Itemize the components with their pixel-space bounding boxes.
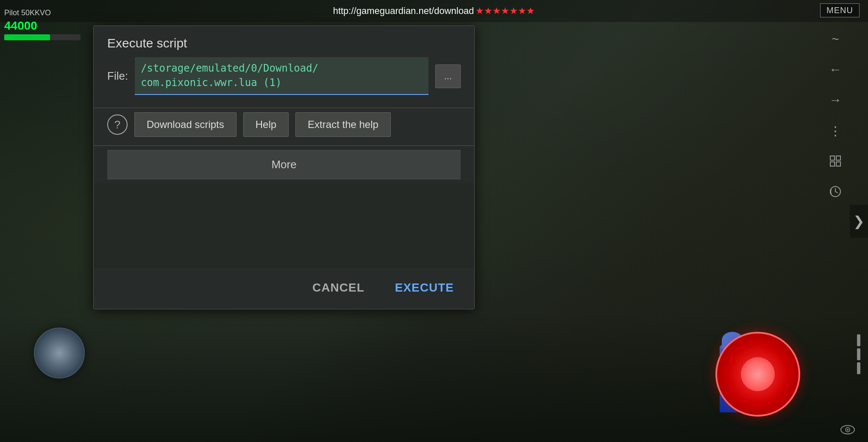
action-buttons-row: ? Download scripts Help Extract the help — [94, 112, 474, 141]
dialog-content-area — [94, 183, 474, 268]
dialog-title: Execute script — [94, 26, 474, 57]
menu-button[interactable]: MENU — [820, 3, 860, 17]
execute-script-dialog: Execute script File: /storage/emulated/0… — [93, 25, 475, 309]
top-bar: http://gameguardian.net/download ★★★★★★★… — [0, 0, 868, 22]
tilde-button[interactable]: ~ — [826, 30, 845, 48]
svg-rect-3 — [836, 162, 840, 166]
grid-button[interactable] — [826, 152, 845, 170]
history-button[interactable] — [826, 182, 845, 201]
url-display: http://gameguardian.net/download ★★★★★★★ — [333, 6, 535, 17]
eye-icon[interactable] — [840, 424, 855, 438]
svg-rect-2 — [830, 162, 835, 166]
pilot-label: Pilot 50KKVO — [4, 8, 81, 17]
divider-top — [94, 108, 474, 108]
red-control-button[interactable] — [715, 332, 800, 417]
health-bar — [4, 34, 81, 40]
svg-rect-1 — [836, 156, 840, 160]
dots-button[interactable]: ⋮ — [826, 121, 845, 140]
score-display: 44000 — [4, 19, 81, 33]
more-button[interactable]: More — [107, 150, 461, 179]
cancel-button[interactable]: CANCEL — [306, 277, 371, 299]
health-fill — [4, 34, 50, 40]
more-row: More — [94, 150, 474, 183]
vertical-bars — [857, 334, 860, 374]
red-control-inner — [741, 357, 775, 391]
dialog-footer: CANCEL EXECUTE — [94, 268, 474, 309]
file-path-display[interactable]: /storage/emulated/0/Download/ com.pixoni… — [135, 57, 428, 95]
file-input-container: /storage/emulated/0/Download/ com.pixoni… — [135, 57, 428, 95]
right-edge-arrow[interactable]: ❯ — [850, 205, 868, 238]
execute-button[interactable]: EXECUTE — [388, 277, 461, 299]
svg-point-7 — [847, 429, 849, 431]
hud-top-left: Pilot 50KKVO 44000 — [4, 8, 81, 40]
forward-arrow-button[interactable]: → — [826, 91, 845, 109]
file-row: File: /storage/emulated/0/Download/ com.… — [94, 57, 474, 103]
right-icons-panel: ~ ← → ⋮ — [826, 30, 845, 201]
file-path-line2: com.pixonic.wwr.lua (1) — [141, 77, 281, 89]
file-label: File: — [107, 69, 128, 83]
left-joystick[interactable] — [34, 328, 85, 378]
help-circle-icon[interactable]: ? — [107, 114, 128, 135]
file-path-line1: /storage/emulated/0/Download/ — [141, 62, 318, 74]
extract-help-button[interactable]: Extract the help — [295, 112, 391, 137]
back-arrow-button[interactable]: ← — [826, 60, 845, 79]
file-browse-button[interactable]: ... — [435, 64, 461, 88]
download-scripts-button[interactable]: Download scripts — [134, 112, 236, 137]
help-button[interactable]: Help — [243, 112, 289, 137]
url-stars: ★★★★★★★ — [476, 6, 535, 17]
svg-rect-0 — [830, 156, 835, 160]
url-text: http://gameguardian.net/download — [333, 6, 474, 17]
divider-mid — [94, 145, 474, 146]
